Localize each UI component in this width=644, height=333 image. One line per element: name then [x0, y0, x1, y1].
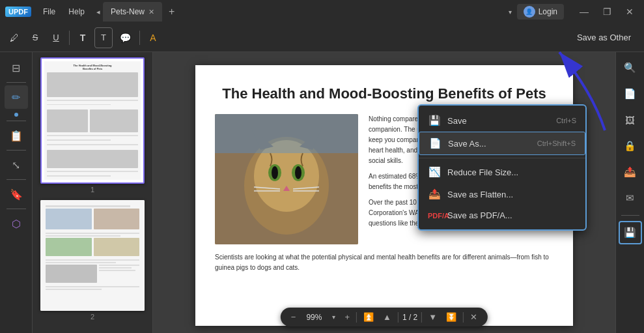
- thumb-line-short-2: [47, 139, 111, 141]
- bottom-bar: − 99% ▾ + ⏫ ▲ 1 / 2 ▼ ⏬ ✕: [281, 308, 488, 326]
- prev-page-button[interactable]: ▲: [380, 311, 394, 323]
- thumbnail-page-1[interactable]: The Health and Mood-BoostingBenefits of …: [40, 57, 145, 184]
- thumb-page-num-1: 1: [40, 186, 145, 194]
- toolbar: 🖊 S U T T 💬 A Save as Other: [0, 23, 644, 52]
- right-icon-lock[interactable]: 🔒: [619, 134, 642, 158]
- tab-pets-new[interactable]: Pets-New ✕: [103, 2, 162, 22]
- bottom-separator: [356, 312, 357, 323]
- dropdown-item-reduce[interactable]: 📉 Reduce File Size...: [419, 161, 585, 183]
- tool-text[interactable]: T: [74, 27, 92, 48]
- toolbar-right: Save as Other: [569, 29, 639, 46]
- tool-underline[interactable]: U: [47, 27, 65, 48]
- tool-comment[interactable]: 💬: [115, 27, 135, 48]
- right-icon-search[interactable]: 🔍: [619, 56, 642, 80]
- zoom-level-display: 99%: [302, 313, 326, 322]
- tool-textbox[interactable]: T: [94, 27, 113, 48]
- next-page-button[interactable]: ▼: [426, 311, 440, 323]
- tool-strikethrough[interactable]: S: [26, 27, 44, 48]
- tab-close-icon[interactable]: ✕: [148, 8, 154, 16]
- thumbnail-content-2: [40, 200, 145, 311]
- reduce-label: Reduce File Size...: [447, 167, 576, 177]
- updf-brand: UPDF: [5, 7, 31, 17]
- titlebar-menu: File Help: [36, 5, 91, 19]
- cat-image: [215, 114, 358, 244]
- menu-file[interactable]: File: [36, 5, 62, 19]
- save-shortcut: Ctrl+S: [556, 117, 576, 124]
- last-page-button[interactable]: ⏬: [443, 311, 459, 323]
- svg-point-7: [272, 166, 278, 179]
- flatten-icon: 📤: [428, 188, 441, 200]
- bottom-separator-3: [421, 312, 422, 323]
- thumb-main-img: [47, 72, 138, 97]
- thumb-img-small-1: [47, 109, 88, 132]
- right-icon-share[interactable]: 📤: [619, 160, 642, 184]
- bottom-separator-2: [398, 312, 399, 323]
- thumbnail-container-1: The Health and Mood-BoostingBenefits of …: [40, 57, 145, 194]
- svg-point-8: [295, 166, 301, 179]
- dropdown-item-save[interactable]: 💾 Save Ctrl+S: [419, 109, 585, 132]
- minimize-button[interactable]: —: [574, 5, 594, 18]
- sidebar-icon-annotate[interactable]: ✏: [5, 85, 28, 109]
- right-icon-pages[interactable]: 📄: [619, 82, 642, 106]
- dropdown-left-arrow[interactable]: ◂: [96, 8, 100, 16]
- login-button[interactable]: 👤 Login: [517, 4, 564, 20]
- thumbnail-container-2: 2: [40, 200, 145, 321]
- login-label: Login: [539, 7, 557, 16]
- zoom-dropdown-button[interactable]: ▾: [329, 312, 338, 322]
- window-controls: — ❐ ✕: [574, 5, 639, 18]
- sidebar-icon-bookmark[interactable]: 🔖: [5, 182, 28, 206]
- dropdown-item-save-as[interactable]: 📄 Save As... Ctrl+Shift+S: [419, 132, 585, 155]
- page-main-title: The Health and Mood-Boosting Benefits of…: [215, 85, 553, 104]
- bottom-separator-4: [463, 312, 464, 323]
- menu-help[interactable]: Help: [62, 5, 91, 19]
- tool-font-color[interactable]: A: [144, 27, 162, 48]
- save-as-other-button[interactable]: Save as Other: [569, 29, 639, 46]
- reduce-icon: 📉: [428, 166, 441, 178]
- right-icon-image[interactable]: 🖼: [619, 108, 642, 132]
- right-icon-mail[interactable]: ✉: [619, 186, 642, 210]
- sidebar-icon-organize[interactable]: ⤡: [5, 153, 28, 177]
- dropdown-item-pdfa[interactable]: PDF/A Save as PDF/A...: [419, 205, 585, 225]
- sidebar-icon-ai[interactable]: ⬡: [5, 212, 28, 235]
- content-area: The Health and Mood-Boosting Benefits of…: [153, 52, 615, 333]
- tab-area: ◂ Pets-New ✕ +: [96, 2, 509, 22]
- user-avatar: 👤: [524, 6, 535, 18]
- thumb-line-2: [47, 135, 138, 136]
- tool-stamp[interactable]: 🖊: [5, 27, 23, 48]
- sidebar-icon-pages[interactable]: ⊟: [5, 56, 28, 80]
- thumb-img-small-2: [90, 109, 138, 132]
- cat-svg: [215, 114, 358, 244]
- dropdown-overlay: 💾 Save Ctrl+S 📄 Save As... Ctrl+Shift+S …: [417, 104, 587, 231]
- title-right: ▾ 👤 Login — ❐ ✕: [509, 4, 639, 20]
- thumb2-row-2: [46, 238, 139, 256]
- first-page-button[interactable]: ⏫: [361, 311, 376, 323]
- main-area: ⊟ ✏ 📋 ⤡ 🔖 ⬡ The Health and Mood-Boosting…: [0, 52, 644, 333]
- thumb-line: [47, 100, 138, 101]
- sidebar-icon-forms[interactable]: 📋: [5, 124, 28, 147]
- save-label: Save: [447, 116, 550, 126]
- save-as-icon: 📄: [428, 138, 441, 149]
- tab-dropdown-arrow[interactable]: ▾: [509, 8, 512, 16]
- close-bar-button[interactable]: ✕: [468, 311, 480, 323]
- thumbnail-page-2[interactable]: [40, 200, 145, 311]
- thumb-line-3: [47, 144, 138, 145]
- save-icon: 💾: [428, 115, 441, 126]
- maximize-button[interactable]: ❐: [598, 5, 617, 18]
- dropdown-item-flatten[interactable]: 📤 Save as Flatten...: [419, 183, 585, 205]
- zoom-in-button[interactable]: +: [342, 311, 352, 323]
- right-icon-save-active[interactable]: 💾: [619, 221, 642, 244]
- zoom-out-button[interactable]: −: [288, 311, 299, 323]
- flatten-label: Save as Flatten...: [447, 190, 576, 199]
- right-sidebar: 🔍 📄 🖼 🔒 📤 ✉ 💾: [615, 52, 644, 333]
- close-button[interactable]: ✕: [621, 5, 639, 18]
- thumb-line-short-3: [47, 175, 111, 177]
- thumbnail-panel: The Health and Mood-BoostingBenefits of …: [33, 52, 153, 333]
- thumb2-row-3: [46, 265, 139, 283]
- pdfa-icon: PDF/A: [428, 212, 441, 220]
- add-tab-button[interactable]: +: [165, 5, 178, 19]
- dropdown-separator: [419, 158, 585, 158]
- save-as-label: Save As...: [448, 139, 531, 149]
- left-sidebar: ⊟ ✏ 📋 ⤡ 🔖 ⬡: [0, 52, 33, 333]
- thumb-img-block-2: [47, 150, 138, 168]
- thumbnail-content-1: The Health and Mood-BoostingBenefits of …: [42, 59, 143, 182]
